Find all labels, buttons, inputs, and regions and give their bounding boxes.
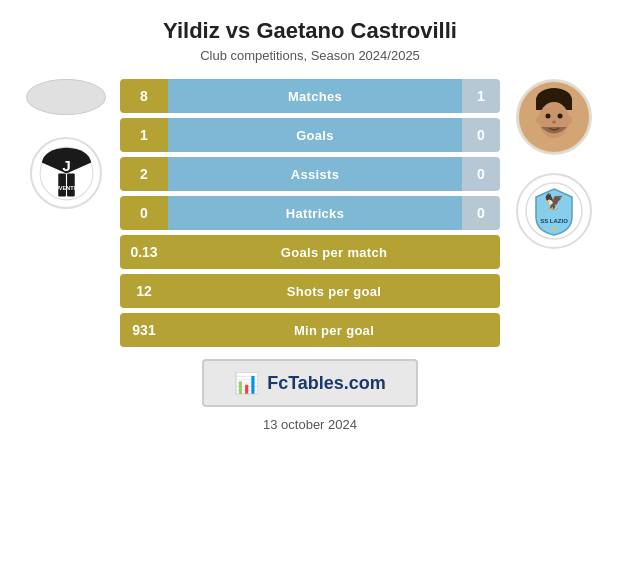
stat-row-goals: 1Goals0 (120, 118, 500, 152)
stat-left-value: 0.13 (120, 235, 168, 269)
stat-row-assists: 2Assists0 (120, 157, 500, 191)
fctables-banner: 📊 FcTables.com (202, 359, 418, 407)
svg-text:JUVENTUS: JUVENTUS (51, 185, 81, 191)
stat-left-value: 0 (120, 196, 168, 230)
main-row: J JUVENTUS 8Matches11Goals02Assists00Hat… (10, 79, 610, 347)
stat-left-value: 2 (120, 157, 168, 191)
fctables-text: FcTables.com (267, 373, 386, 394)
stat-label: Goals per match (168, 235, 500, 269)
svg-text:J: J (62, 156, 71, 173)
page-subtitle: Club competitions, Season 2024/2025 (200, 48, 420, 63)
stat-left-value: 12 (120, 274, 168, 308)
stat-row-min-per-goal: 931Min per goal (120, 313, 500, 347)
left-logos: J JUVENTUS (16, 79, 116, 209)
right-logos: 🦅 SS LAZIO ★ (504, 79, 604, 249)
stat-row-hattricks: 0Hattricks0 (120, 196, 500, 230)
svg-point-13 (566, 116, 572, 124)
stat-row-matches: 8Matches1 (120, 79, 500, 113)
fctables-icon: 📊 (234, 371, 259, 395)
stat-label: Matches (168, 79, 462, 113)
svg-point-10 (558, 114, 563, 119)
team1-badge-top (26, 79, 106, 115)
stat-left-value: 1 (120, 118, 168, 152)
stat-right-value: 0 (462, 118, 500, 152)
juventus-logo: J JUVENTUS (30, 137, 102, 209)
stat-row-shots-per-goal: 12Shots per goal (120, 274, 500, 308)
svg-point-9 (546, 114, 551, 119)
stat-row-goals-per-match: 0.13Goals per match (120, 235, 500, 269)
page-container: Yildiz vs Gaetano Castrovilli Club compe… (0, 0, 620, 580)
svg-text:🦅: 🦅 (544, 192, 564, 211)
footer-date: 13 october 2024 (263, 417, 357, 432)
stat-right-value: 0 (462, 196, 500, 230)
stat-label: Shots per goal (168, 274, 500, 308)
stat-label: Assists (168, 157, 462, 191)
svg-text:SS LAZIO: SS LAZIO (540, 218, 568, 224)
svg-point-11 (552, 121, 556, 124)
stat-left-value: 8 (120, 79, 168, 113)
stat-label: Hattricks (168, 196, 462, 230)
stat-label: Goals (168, 118, 462, 152)
stat-right-value: 1 (462, 79, 500, 113)
svg-text:★: ★ (551, 225, 557, 232)
stat-left-value: 931 (120, 313, 168, 347)
page-title: Yildiz vs Gaetano Castrovilli (163, 18, 457, 44)
stat-right-value: 0 (462, 157, 500, 191)
lazio-logo: 🦅 SS LAZIO ★ (516, 173, 592, 249)
stat-label: Min per goal (168, 313, 500, 347)
stats-section: 8Matches11Goals02Assists00Hattricks00.13… (120, 79, 500, 347)
svg-point-12 (536, 116, 542, 124)
player-photo (516, 79, 592, 155)
